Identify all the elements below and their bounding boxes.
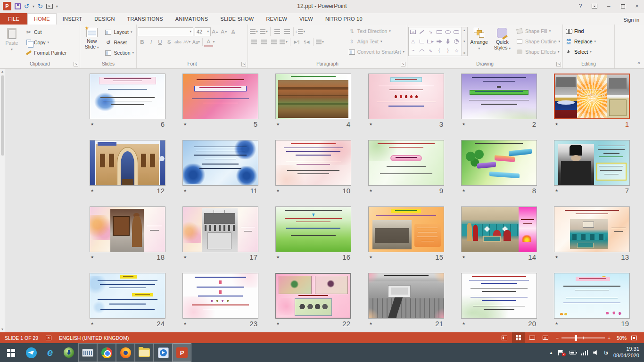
normal-view-button[interactable] bbox=[498, 332, 511, 343]
subscript-button[interactable]: abc bbox=[173, 38, 182, 47]
slide-thumbnail-3[interactable] bbox=[368, 74, 444, 119]
zoom-slider-thumb[interactable] bbox=[575, 335, 577, 341]
font-dialog-launcher[interactable]: ↘ bbox=[241, 62, 246, 66]
animation-star-icon[interactable]: ★ bbox=[555, 255, 558, 259]
repeat-icon[interactable]: ↻ bbox=[38, 3, 43, 9]
slide-thumbnail-20[interactable] bbox=[461, 273, 537, 319]
paste-button[interactable]: Paste▾ bbox=[1, 26, 23, 51]
decrease-indent-button[interactable] bbox=[272, 27, 282, 36]
spell-check-icon[interactable]: ✕ bbox=[46, 336, 51, 340]
animation-star-icon[interactable]: ★ bbox=[555, 122, 558, 126]
numbering-button[interactable]: ▾ bbox=[259, 27, 269, 36]
shape-triangle-icon[interactable]: △ bbox=[409, 37, 417, 46]
slide-thumbnail-8[interactable] bbox=[461, 140, 537, 186]
slide-thumbnail-14[interactable] bbox=[461, 206, 537, 252]
shapes-gallery-scrollbar[interactable]: ▴▾≡ bbox=[461, 27, 467, 56]
align-text-button[interactable]: ⇳Align Text ▾ bbox=[347, 37, 406, 47]
shape-left-brace-icon[interactable]: { bbox=[435, 46, 443, 56]
zoom-slider[interactable] bbox=[561, 337, 605, 338]
slide-thumbnail-21[interactable] bbox=[368, 273, 444, 319]
shape-scribble-icon[interactable]: ~ bbox=[409, 46, 417, 56]
vertical-scrollbar[interactable]: ▲ ▼ bbox=[0, 69, 5, 332]
shape-rounded-rectangle-icon[interactable] bbox=[452, 27, 461, 37]
language-indicator[interactable]: ENGLISH (UNITED KINGDOM) bbox=[59, 335, 129, 341]
align-center-button[interactable] bbox=[259, 38, 269, 47]
slide-thumbnail-12[interactable] bbox=[90, 140, 165, 186]
character-spacing-button[interactable]: AV▾ bbox=[182, 38, 191, 47]
change-case-button[interactable]: Aa▾ bbox=[191, 38, 201, 47]
start-slideshow-icon[interactable] bbox=[46, 4, 53, 9]
italic-button[interactable]: I bbox=[147, 38, 156, 47]
minimize-button[interactable]: – bbox=[602, 0, 616, 13]
animation-star-icon[interactable]: ★ bbox=[276, 321, 280, 326]
font-name-select[interactable]: ▾ bbox=[138, 27, 193, 36]
tab-transitions[interactable]: TRANSITIONS bbox=[121, 13, 169, 25]
animation-star-icon[interactable]: ★ bbox=[369, 255, 372, 259]
animation-star-icon[interactable]: ★ bbox=[369, 321, 372, 326]
clear-formatting-button[interactable]: A̲ bbox=[229, 27, 238, 36]
slide-sorter-view-button[interactable] bbox=[512, 332, 525, 343]
scroll-down-icon[interactable]: ▼ bbox=[1, 327, 4, 332]
slide-thumbnail-9[interactable] bbox=[368, 140, 444, 186]
bold-button[interactable]: B bbox=[138, 38, 147, 47]
font-size-select[interactable]: 42▾ bbox=[195, 27, 211, 36]
animation-star-icon[interactable]: ★ bbox=[276, 255, 280, 259]
animation-star-icon[interactable]: ★ bbox=[369, 189, 372, 193]
shape-text-box-icon[interactable]: A bbox=[409, 27, 417, 37]
cut-button[interactable]: ✂Cut bbox=[24, 27, 68, 37]
text-direction-button[interactable]: ⇅Text Direction ▾ bbox=[347, 26, 406, 36]
convert-to-smartart-button[interactable]: Convert to SmartArt ▾ bbox=[347, 47, 406, 57]
animation-star-icon[interactable]: ★ bbox=[183, 122, 187, 126]
scroll-up-icon[interactable]: ▲ bbox=[1, 69, 4, 74]
animation-star-icon[interactable]: ★ bbox=[462, 189, 465, 193]
ribbon-display-options-button[interactable]: ▴ bbox=[587, 0, 602, 13]
slide-thumbnail-17[interactable] bbox=[182, 206, 258, 252]
taskbar-chrome[interactable] bbox=[97, 343, 116, 362]
tab-file[interactable]: FILE bbox=[0, 13, 27, 25]
save-icon[interactable] bbox=[15, 3, 21, 9]
clipboard-dialog-launcher[interactable]: ↘ bbox=[74, 62, 78, 66]
start-button[interactable] bbox=[0, 343, 22, 362]
slide-counter[interactable]: SLIDE 1 OF 29 bbox=[5, 335, 38, 341]
animation-star-icon[interactable]: ★ bbox=[183, 321, 187, 326]
justify-button[interactable]: ▾ bbox=[279, 38, 289, 47]
shape-curve-icon[interactable]: ∿ bbox=[426, 46, 435, 56]
replace-button[interactable]: abacReplace ▾ bbox=[564, 37, 597, 47]
line-spacing-button[interactable]: ↕▾ bbox=[295, 27, 305, 36]
slide-thumbnail-15[interactable] bbox=[368, 206, 444, 252]
action-center-icon[interactable]: ✕ bbox=[558, 350, 564, 355]
shrink-font-button[interactable]: A▼ bbox=[220, 27, 229, 36]
undo-icon[interactable]: ↺ bbox=[24, 3, 29, 9]
tab-insert[interactable]: INSERT bbox=[57, 13, 88, 25]
drawing-dialog-launcher[interactable]: ↘ bbox=[556, 62, 561, 66]
align-right-button[interactable] bbox=[269, 38, 279, 47]
tab-home[interactable]: HOME bbox=[27, 13, 57, 25]
fit-slide-to-window-button[interactable] bbox=[627, 332, 640, 343]
close-button[interactable]: × bbox=[630, 0, 644, 13]
network-signal-icon[interactable] bbox=[581, 350, 588, 355]
section-button[interactable]: Section ▾ bbox=[103, 48, 135, 58]
taskbar-on-screen-keyboard[interactable] bbox=[78, 343, 97, 362]
select-button[interactable]: Select ▾ bbox=[564, 47, 597, 57]
animation-star-icon[interactable]: ★ bbox=[183, 189, 187, 193]
shape-line-icon[interactable] bbox=[417, 27, 426, 37]
zoom-out-button[interactable]: − bbox=[556, 335, 559, 341]
bullets-button[interactable]: ▾ bbox=[249, 27, 259, 36]
tab-review[interactable]: REVIEW bbox=[260, 13, 293, 25]
increase-indent-button[interactable] bbox=[282, 27, 292, 36]
shape-elbow-connector-icon[interactable] bbox=[417, 37, 426, 46]
grow-font-button[interactable]: A▲ bbox=[211, 27, 220, 36]
copy-button[interactable]: Copy ▾ bbox=[24, 38, 68, 48]
format-painter-button[interactable]: Format Painter bbox=[24, 48, 68, 58]
zoom-level[interactable]: 50% bbox=[614, 335, 627, 341]
tab-animations[interactable]: ANIMATIONS bbox=[169, 13, 215, 25]
find-button[interactable]: Find bbox=[564, 26, 597, 36]
customize-quick-access-icon[interactable]: ▾ bbox=[56, 4, 58, 8]
underline-button[interactable]: U bbox=[156, 38, 165, 47]
slide-thumbnail-24[interactable] bbox=[90, 273, 165, 319]
powerpoint-icon[interactable]: P bbox=[3, 2, 11, 10]
columns-button[interactable]: ▾ bbox=[315, 38, 325, 47]
animation-star-icon[interactable]: ★ bbox=[462, 321, 465, 326]
tab-slide-show[interactable]: SLIDE SHOW bbox=[214, 13, 260, 25]
animation-star-icon[interactable]: ★ bbox=[369, 122, 372, 126]
